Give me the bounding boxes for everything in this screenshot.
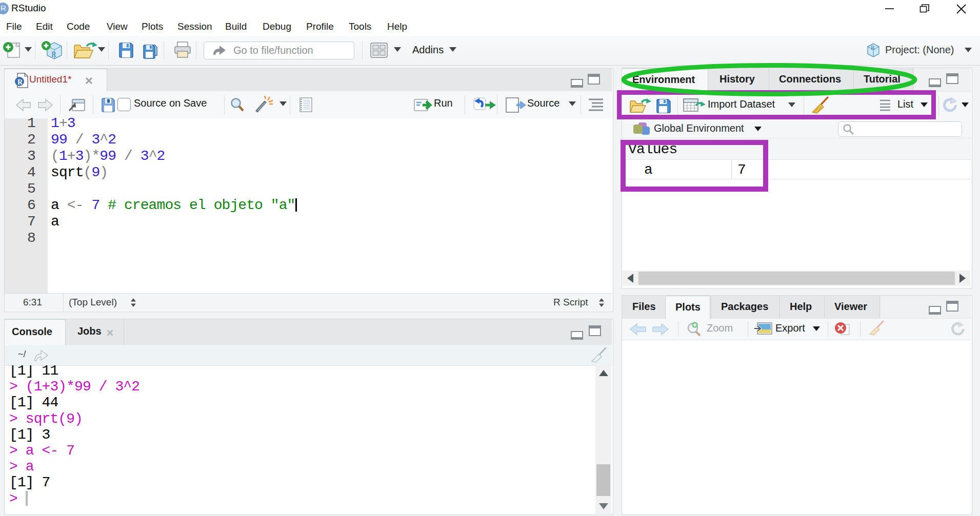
svg-text:R: R [51, 50, 56, 58]
svg-text:R: R [871, 44, 875, 51]
svg-text:R: R [17, 78, 23, 86]
